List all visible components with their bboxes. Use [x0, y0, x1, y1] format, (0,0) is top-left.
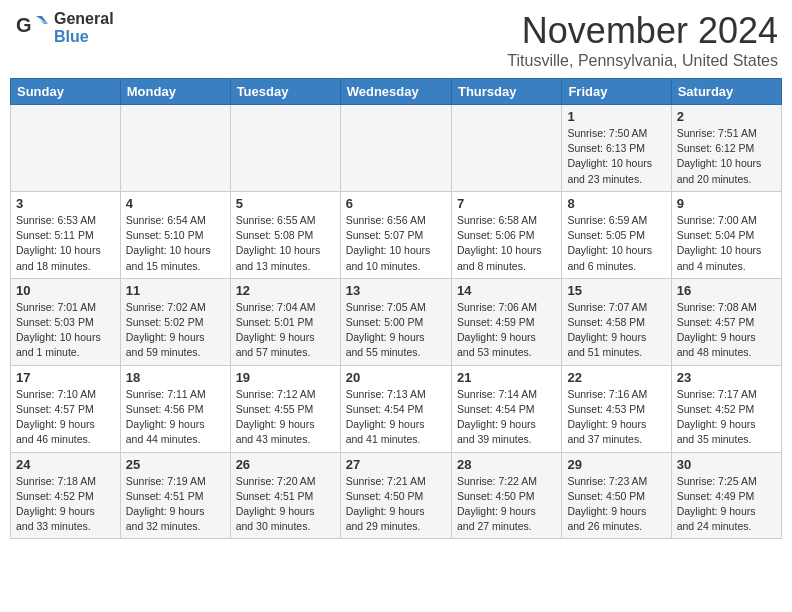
calendar-cell: 3Sunrise: 6:53 AM Sunset: 5:11 PM Daylig… [11, 191, 121, 278]
calendar-cell: 5Sunrise: 6:55 AM Sunset: 5:08 PM Daylig… [230, 191, 340, 278]
day-number: 1 [567, 109, 665, 124]
day-info: Sunrise: 7:51 AM Sunset: 6:12 PM Dayligh… [677, 126, 776, 187]
calendar-cell: 29Sunrise: 7:23 AM Sunset: 4:50 PM Dayli… [562, 452, 671, 539]
day-info: Sunrise: 7:07 AM Sunset: 4:58 PM Dayligh… [567, 300, 665, 361]
day-number: 22 [567, 370, 665, 385]
day-number: 6 [346, 196, 446, 211]
day-number: 18 [126, 370, 225, 385]
calendar-week-row: 17Sunrise: 7:10 AM Sunset: 4:57 PM Dayli… [11, 365, 782, 452]
calendar-cell: 7Sunrise: 6:58 AM Sunset: 5:06 PM Daylig… [451, 191, 561, 278]
day-info: Sunrise: 7:20 AM Sunset: 4:51 PM Dayligh… [236, 474, 335, 535]
day-number: 24 [16, 457, 115, 472]
column-header-wednesday: Wednesday [340, 79, 451, 105]
day-number: 7 [457, 196, 556, 211]
day-info: Sunrise: 7:17 AM Sunset: 4:52 PM Dayligh… [677, 387, 776, 448]
calendar-cell [230, 105, 340, 192]
calendar-cell: 17Sunrise: 7:10 AM Sunset: 4:57 PM Dayli… [11, 365, 121, 452]
logo-icon: G [14, 10, 50, 46]
day-info: Sunrise: 7:13 AM Sunset: 4:54 PM Dayligh… [346, 387, 446, 448]
month-title: November 2024 [507, 10, 778, 52]
day-info: Sunrise: 7:08 AM Sunset: 4:57 PM Dayligh… [677, 300, 776, 361]
day-info: Sunrise: 7:18 AM Sunset: 4:52 PM Dayligh… [16, 474, 115, 535]
calendar-cell: 6Sunrise: 6:56 AM Sunset: 5:07 PM Daylig… [340, 191, 451, 278]
location: Titusville, Pennsylvania, United States [507, 52, 778, 70]
day-info: Sunrise: 7:02 AM Sunset: 5:02 PM Dayligh… [126, 300, 225, 361]
day-info: Sunrise: 7:01 AM Sunset: 5:03 PM Dayligh… [16, 300, 115, 361]
column-header-tuesday: Tuesday [230, 79, 340, 105]
logo-blue: Blue [54, 28, 114, 46]
day-number: 21 [457, 370, 556, 385]
day-info: Sunrise: 6:53 AM Sunset: 5:11 PM Dayligh… [16, 213, 115, 274]
calendar-week-row: 1Sunrise: 7:50 AM Sunset: 6:13 PM Daylig… [11, 105, 782, 192]
calendar-table: SundayMondayTuesdayWednesdayThursdayFrid… [10, 78, 782, 539]
calendar-cell [120, 105, 230, 192]
day-info: Sunrise: 7:16 AM Sunset: 4:53 PM Dayligh… [567, 387, 665, 448]
calendar-cell: 12Sunrise: 7:04 AM Sunset: 5:01 PM Dayli… [230, 278, 340, 365]
calendar-cell: 28Sunrise: 7:22 AM Sunset: 4:50 PM Dayli… [451, 452, 561, 539]
day-number: 29 [567, 457, 665, 472]
day-info: Sunrise: 7:50 AM Sunset: 6:13 PM Dayligh… [567, 126, 665, 187]
calendar-cell: 8Sunrise: 6:59 AM Sunset: 5:05 PM Daylig… [562, 191, 671, 278]
day-info: Sunrise: 7:25 AM Sunset: 4:49 PM Dayligh… [677, 474, 776, 535]
day-number: 12 [236, 283, 335, 298]
calendar-cell: 21Sunrise: 7:14 AM Sunset: 4:54 PM Dayli… [451, 365, 561, 452]
calendar-cell: 27Sunrise: 7:21 AM Sunset: 4:50 PM Dayli… [340, 452, 451, 539]
day-number: 9 [677, 196, 776, 211]
day-info: Sunrise: 6:54 AM Sunset: 5:10 PM Dayligh… [126, 213, 225, 274]
day-info: Sunrise: 7:19 AM Sunset: 4:51 PM Dayligh… [126, 474, 225, 535]
day-number: 4 [126, 196, 225, 211]
day-info: Sunrise: 7:23 AM Sunset: 4:50 PM Dayligh… [567, 474, 665, 535]
column-header-sunday: Sunday [11, 79, 121, 105]
calendar-cell: 4Sunrise: 6:54 AM Sunset: 5:10 PM Daylig… [120, 191, 230, 278]
day-info: Sunrise: 7:10 AM Sunset: 4:57 PM Dayligh… [16, 387, 115, 448]
day-number: 17 [16, 370, 115, 385]
calendar-cell: 9Sunrise: 7:00 AM Sunset: 5:04 PM Daylig… [671, 191, 781, 278]
day-number: 10 [16, 283, 115, 298]
column-header-thursday: Thursday [451, 79, 561, 105]
day-number: 26 [236, 457, 335, 472]
day-number: 2 [677, 109, 776, 124]
calendar-week-row: 3Sunrise: 6:53 AM Sunset: 5:11 PM Daylig… [11, 191, 782, 278]
calendar-cell [451, 105, 561, 192]
svg-text:G: G [16, 14, 32, 36]
day-number: 28 [457, 457, 556, 472]
day-number: 20 [346, 370, 446, 385]
calendar-cell: 1Sunrise: 7:50 AM Sunset: 6:13 PM Daylig… [562, 105, 671, 192]
calendar-cell: 10Sunrise: 7:01 AM Sunset: 5:03 PM Dayli… [11, 278, 121, 365]
calendar-cell: 18Sunrise: 7:11 AM Sunset: 4:56 PM Dayli… [120, 365, 230, 452]
day-number: 27 [346, 457, 446, 472]
day-number: 19 [236, 370, 335, 385]
calendar-week-row: 24Sunrise: 7:18 AM Sunset: 4:52 PM Dayli… [11, 452, 782, 539]
day-info: Sunrise: 7:21 AM Sunset: 4:50 PM Dayligh… [346, 474, 446, 535]
calendar-cell: 13Sunrise: 7:05 AM Sunset: 5:00 PM Dayli… [340, 278, 451, 365]
column-header-monday: Monday [120, 79, 230, 105]
day-info: Sunrise: 6:58 AM Sunset: 5:06 PM Dayligh… [457, 213, 556, 274]
calendar-cell: 25Sunrise: 7:19 AM Sunset: 4:51 PM Dayli… [120, 452, 230, 539]
day-info: Sunrise: 7:00 AM Sunset: 5:04 PM Dayligh… [677, 213, 776, 274]
day-number: 13 [346, 283, 446, 298]
day-info: Sunrise: 7:22 AM Sunset: 4:50 PM Dayligh… [457, 474, 556, 535]
day-info: Sunrise: 7:14 AM Sunset: 4:54 PM Dayligh… [457, 387, 556, 448]
calendar-cell [340, 105, 451, 192]
day-number: 3 [16, 196, 115, 211]
calendar-header-row: SundayMondayTuesdayWednesdayThursdayFrid… [11, 79, 782, 105]
day-info: Sunrise: 7:06 AM Sunset: 4:59 PM Dayligh… [457, 300, 556, 361]
column-header-saturday: Saturday [671, 79, 781, 105]
calendar-cell: 22Sunrise: 7:16 AM Sunset: 4:53 PM Dayli… [562, 365, 671, 452]
day-number: 25 [126, 457, 225, 472]
calendar-cell: 16Sunrise: 7:08 AM Sunset: 4:57 PM Dayli… [671, 278, 781, 365]
day-info: Sunrise: 6:55 AM Sunset: 5:08 PM Dayligh… [236, 213, 335, 274]
calendar-cell: 14Sunrise: 7:06 AM Sunset: 4:59 PM Dayli… [451, 278, 561, 365]
day-info: Sunrise: 7:05 AM Sunset: 5:00 PM Dayligh… [346, 300, 446, 361]
svg-marker-1 [36, 16, 48, 24]
title-area: November 2024 Titusville, Pennsylvania, … [507, 10, 778, 70]
calendar-week-row: 10Sunrise: 7:01 AM Sunset: 5:03 PM Dayli… [11, 278, 782, 365]
day-info: Sunrise: 7:12 AM Sunset: 4:55 PM Dayligh… [236, 387, 335, 448]
calendar-cell: 30Sunrise: 7:25 AM Sunset: 4:49 PM Dayli… [671, 452, 781, 539]
day-number: 14 [457, 283, 556, 298]
calendar-cell: 11Sunrise: 7:02 AM Sunset: 5:02 PM Dayli… [120, 278, 230, 365]
day-info: Sunrise: 6:56 AM Sunset: 5:07 PM Dayligh… [346, 213, 446, 274]
day-number: 5 [236, 196, 335, 211]
day-info: Sunrise: 6:59 AM Sunset: 5:05 PM Dayligh… [567, 213, 665, 274]
calendar-cell: 26Sunrise: 7:20 AM Sunset: 4:51 PM Dayli… [230, 452, 340, 539]
